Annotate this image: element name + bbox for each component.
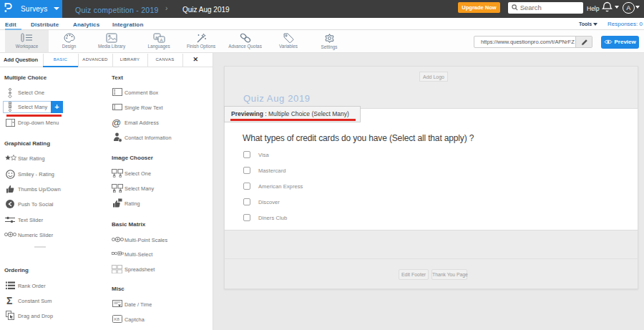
svg-text:@: @ [112,117,121,128]
svg-text:a: a [155,35,158,39]
svg-text:A: A [160,38,162,42]
svg-text:K8: K8 [114,317,120,321]
